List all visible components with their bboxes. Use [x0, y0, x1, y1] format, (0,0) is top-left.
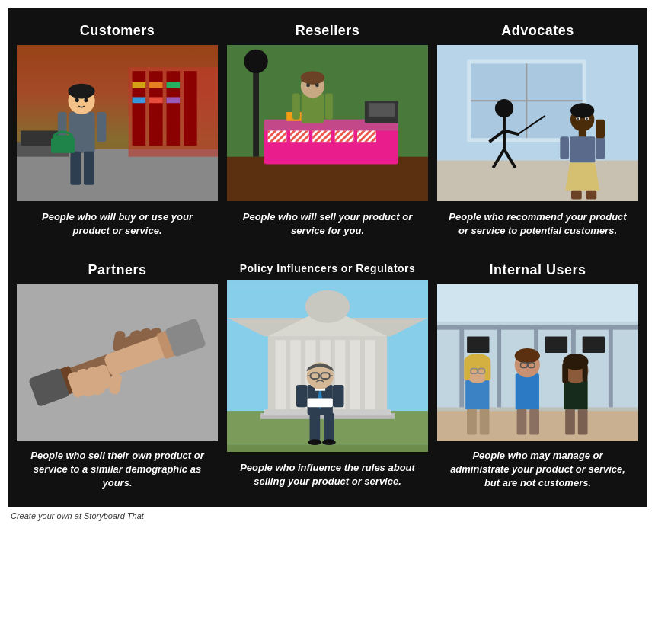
svg-point-128 — [308, 440, 322, 446]
svg-point-55 — [244, 50, 267, 73]
svg-rect-165 — [583, 364, 588, 382]
svg-rect-124 — [333, 385, 344, 407]
advocates-scene — [437, 45, 638, 201]
advocates-footer: People who recommend your product or ser… — [437, 201, 638, 247]
svg-rect-137 — [609, 325, 613, 408]
svg-rect-138 — [437, 325, 638, 330]
svg-rect-13 — [167, 97, 181, 103]
svg-rect-22 — [97, 112, 107, 142]
svg-rect-74 — [596, 136, 605, 159]
policy-footer: People who influence the rules about sel… — [227, 452, 428, 498]
advocates-desc: People who recommend your product or ser… — [443, 210, 632, 238]
resellers-title: Resellers — [296, 23, 360, 38]
svg-rect-142 — [465, 380, 489, 409]
card-resellers: Resellers — [225, 14, 430, 249]
svg-rect-141 — [583, 337, 605, 354]
svg-rect-10 — [167, 82, 181, 88]
customers-desc: People who will buy or use your product … — [23, 210, 212, 238]
card-internal: Internal Users — [435, 254, 641, 500]
svg-rect-150 — [467, 409, 477, 435]
card-advocates-header: Advocates — [437, 17, 638, 45]
resellers-desc: People who will sell your product or ser… — [233, 210, 422, 238]
svg-point-81 — [586, 117, 588, 120]
svg-rect-125 — [308, 399, 333, 408]
customers-title: Customers — [80, 23, 155, 38]
svg-rect-164 — [562, 363, 568, 383]
svg-point-19 — [75, 98, 79, 102]
svg-rect-161 — [564, 380, 587, 409]
svg-rect-166 — [565, 409, 575, 435]
partners-scene — [17, 284, 218, 441]
customers-footer: People who will buy or use your product … — [17, 201, 218, 247]
svg-rect-140 — [545, 337, 567, 354]
card-policy: Policy Influencers or Regulators — [225, 254, 430, 500]
svg-rect-107 — [350, 341, 360, 415]
partners-title: Partners — [88, 262, 146, 277]
internal-scene — [437, 284, 638, 441]
svg-rect-102 — [276, 341, 286, 415]
card-partners-header: Partners — [17, 256, 218, 284]
svg-rect-39 — [357, 130, 375, 142]
svg-rect-38 — [335, 130, 353, 142]
svg-rect-35 — [268, 130, 286, 142]
svg-point-111 — [305, 290, 350, 323]
card-partners: Partners — [14, 254, 220, 500]
svg-point-20 — [84, 98, 88, 102]
svg-rect-2 — [17, 149, 218, 201]
svg-rect-158 — [517, 409, 527, 435]
svg-rect-52 — [292, 94, 300, 120]
svg-rect-8 — [133, 82, 146, 88]
svg-rect-151 — [480, 409, 490, 435]
partners-desc: People who sell their own product or ser… — [23, 449, 212, 491]
customers-scene — [17, 45, 218, 201]
svg-rect-12 — [149, 97, 163, 103]
svg-rect-7 — [184, 71, 197, 146]
svg-point-154 — [515, 348, 540, 364]
card-internal-header: Internal Users — [437, 256, 638, 284]
svg-rect-57 — [437, 161, 638, 202]
svg-rect-167 — [578, 409, 588, 435]
advocates-title: Advocates — [501, 23, 574, 38]
svg-rect-76 — [571, 191, 582, 200]
svg-rect-126 — [310, 413, 321, 441]
svg-point-129 — [322, 440, 336, 446]
svg-rect-145 — [464, 362, 470, 380]
main-grid: Customers — [8, 8, 647, 507]
svg-rect-54 — [253, 60, 259, 157]
resellers-footer: People who will sell your product or ser… — [227, 201, 428, 247]
card-customers-header: Customers — [17, 17, 218, 45]
card-advocates: Advocates — [435, 14, 641, 249]
svg-rect-25 — [51, 138, 75, 153]
svg-rect-37 — [312, 130, 331, 142]
svg-rect-36 — [290, 130, 308, 142]
svg-rect-146 — [485, 362, 491, 380]
svg-rect-123 — [296, 385, 308, 407]
policy-desc: People who influence the rules about sel… — [233, 461, 422, 489]
svg-rect-152 — [516, 374, 539, 410]
svg-rect-53 — [325, 94, 333, 120]
svg-point-18 — [68, 84, 94, 99]
policy-title: Policy Influencers or Regulators — [240, 262, 416, 274]
resellers-scene — [227, 45, 428, 201]
card-customers: Customers — [14, 14, 220, 249]
svg-point-62 — [495, 99, 513, 117]
watermark-text: Create your own at Storyboard That — [8, 511, 144, 521]
svg-point-70 — [570, 103, 594, 118]
svg-rect-26 — [53, 135, 73, 139]
svg-rect-134 — [497, 325, 501, 408]
svg-point-51 — [315, 83, 319, 87]
svg-rect-77 — [586, 191, 597, 200]
svg-rect-11 — [133, 97, 146, 103]
svg-rect-159 — [529, 409, 539, 435]
partners-footer: People who sell their own product or ser… — [17, 441, 218, 498]
svg-rect-24 — [84, 152, 94, 185]
svg-point-80 — [577, 117, 579, 120]
svg-rect-72 — [570, 136, 595, 162]
svg-rect-139 — [467, 337, 489, 354]
svg-rect-44 — [369, 103, 395, 117]
card-resellers-header: Resellers — [227, 17, 428, 45]
svg-rect-108 — [365, 341, 375, 415]
svg-rect-23 — [70, 152, 81, 185]
internal-title: Internal Users — [489, 262, 586, 277]
internal-desc: People who may manage or administrate yo… — [443, 449, 632, 491]
